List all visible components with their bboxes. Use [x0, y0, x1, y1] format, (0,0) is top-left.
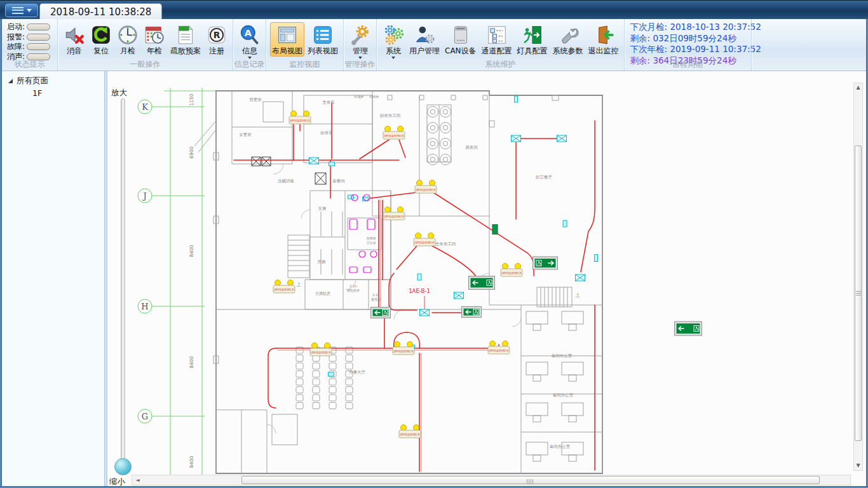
app-window: 2018-09-11 10:38:28 启动:报警:故障:消声: 状态提示 消音…	[0, 0, 868, 488]
door-device[interactable]	[563, 220, 567, 227]
lamp-device[interactable]: 消防应急照明灯具	[383, 126, 405, 140]
button-label: 信息	[242, 46, 257, 55]
lamp-device[interactable]: 消防应急照明灯具	[393, 342, 414, 355]
system-params-button[interactable]: 系统参数	[551, 22, 585, 57]
svg-text:消防应急照明灯具: 消防应急照明灯具	[414, 241, 435, 244]
svg-text:1150: 1150	[189, 93, 194, 105]
channel-config-button[interactable]: 通道配置	[480, 22, 514, 57]
monthly-check-button[interactable]: 月检	[115, 22, 140, 57]
exit-monitor-button[interactable]: 退出监控	[587, 22, 621, 57]
door-device[interactable]	[595, 255, 598, 262]
svg-text:8400: 8400	[189, 356, 194, 368]
lamp-device[interactable]: 消防应急照明灯具	[289, 111, 311, 125]
svg-text:上: 上	[576, 293, 580, 298]
group-caption: 自检周期	[625, 59, 751, 70]
door-exit-device[interactable]	[492, 225, 498, 234]
button-label: 年检	[147, 46, 162, 55]
status-row: 报警:	[7, 32, 55, 43]
exit-sign-device[interactable]	[675, 322, 702, 336]
list-view-button[interactable]: 列表视图	[306, 22, 340, 57]
reset-button[interactable]: 复位	[88, 22, 114, 57]
ribbon-group: 管理管理操作	[344, 19, 377, 71]
horizontal-scrollbar-thumb[interactable]	[241, 476, 820, 484]
svg-text:单间办公室: 单间办公室	[550, 444, 571, 449]
svg-text:J: J	[142, 191, 146, 201]
svg-text:R: R	[214, 30, 220, 40]
scroll-up-arrow-icon[interactable]: ▲	[854, 84, 862, 92]
reset-icon	[90, 24, 112, 46]
door-device[interactable]	[329, 162, 335, 166]
layout-view-button[interactable]: 布局视图	[270, 22, 304, 57]
system-params-icon	[557, 24, 579, 46]
lamp-device[interactable]: 消防应急照明灯具	[488, 341, 510, 355]
distribution-box-device[interactable]	[557, 135, 567, 142]
door-device[interactable]	[417, 274, 421, 280]
window-title-tab[interactable]: 2018-09-11 10:38:28	[39, 3, 162, 20]
selfcheck-line: 下次年检: 2019-09-11 10:37:52	[630, 44, 751, 55]
zoom-slider-thumb[interactable]	[114, 458, 132, 475]
distribution-box-device[interactable]	[512, 135, 521, 142]
button-label: 系统参数	[553, 46, 583, 55]
horizontal-scrollbar[interactable]: ◄	[132, 475, 851, 485]
register-button[interactable]: R注册	[204, 22, 229, 57]
exit-sign-device[interactable]	[533, 257, 558, 269]
can-device-button[interactable]: CAN设备	[443, 22, 478, 57]
manage-button[interactable]: 管理	[348, 22, 373, 60]
lamp-device[interactable]: 消防应急照明灯具	[415, 180, 437, 194]
svg-text:8400: 8400	[189, 245, 194, 257]
svg-text:消防应急照明灯具: 消防应急照明灯具	[290, 119, 310, 122]
svg-text:上: 上	[297, 282, 301, 287]
user-management-button[interactable]: 用户管理	[407, 22, 442, 57]
svg-text:职工餐厅: 职工餐厅	[536, 175, 553, 180]
lamp-device[interactable]: 消防应急照明灯具	[399, 425, 421, 438]
exit-sign-device[interactable]	[462, 307, 482, 318]
svg-text:单间办公室: 单间办公室	[552, 353, 573, 358]
exit-sign-device[interactable]	[371, 308, 391, 318]
grip-icon	[527, 479, 534, 484]
vertical-scrollbar[interactable]: ▲ ▼	[853, 83, 863, 471]
button-label: 月检	[120, 46, 135, 55]
app-menu-button[interactable]	[5, 4, 38, 17]
lamp-device[interactable]: 消防应急照明灯具	[501, 264, 522, 277]
lamp-device[interactable]: 消防应急照明灯具	[414, 233, 435, 247]
status-group: 启动:报警:故障:消声: 状态提示	[2, 19, 58, 71]
status-indicator	[27, 43, 50, 50]
user-management-icon	[414, 24, 435, 46]
svg-text:无障碍: 无障碍	[367, 236, 376, 241]
vertical-scrollbar-thumb[interactable]	[855, 146, 862, 441]
exit-sign-device[interactable]	[469, 276, 495, 290]
zoom-slider-track[interactable]	[121, 98, 125, 461]
evacuation-plan-button[interactable]: 疏散预案	[168, 22, 203, 57]
distribution-box-device[interactable]	[576, 274, 585, 281]
svg-text:2-1b: 2-1b	[349, 284, 356, 288]
tree-item-1f[interactable]: 1F	[2, 86, 104, 98]
tree-root-label[interactable]: 所有页面	[17, 76, 48, 86]
mute-speaker-button[interactable]: 消音	[62, 22, 87, 57]
door-device[interactable]	[329, 372, 334, 376]
lamp-config-button[interactable]: 灯具配置	[515, 22, 550, 57]
distribution-box-device[interactable]	[309, 158, 319, 164]
lamp-device[interactable]: 消防应急照明灯具	[273, 280, 295, 294]
lamp-device[interactable]: 消防应急照明灯具	[310, 343, 332, 356]
selfcheck-line: 下次月检: 2018-10-13 20:37:52	[630, 22, 751, 33]
walls	[194, 91, 602, 473]
system-button[interactable]: 系统	[381, 22, 406, 60]
zoom-in-label: 放大	[111, 88, 127, 98]
info-button[interactable]: A信息	[237, 22, 262, 60]
tree-root-row[interactable]: 所有页面	[2, 71, 104, 86]
tree-item-label[interactable]: 1F	[32, 88, 42, 98]
lamp-device[interactable]: 消防应急照明灯具	[383, 207, 405, 220]
door-device[interactable]	[515, 96, 518, 102]
scroll-left-arrow-icon[interactable]: ◄	[133, 477, 142, 484]
distribution-box-device[interactable]	[420, 309, 430, 316]
button-label: 灯具配置	[517, 46, 548, 55]
svg-text:消防应急照明灯具: 消防应急照明灯具	[489, 349, 509, 352]
annual-check-button[interactable]: 年检	[142, 22, 167, 57]
tree-expander-icon[interactable]	[8, 79, 13, 83]
ribbon-group: 系统用户管理CAN设备通道配置灯具配置系统参数退出监控系统维护	[377, 19, 625, 71]
exit-monitor-icon	[593, 24, 614, 46]
floorplan-canvas[interactable]: KJHG11506900840084008400消防应急照明灯具消防应急照明灯具…	[107, 71, 866, 486]
scroll-down-arrow-icon[interactable]: ▼	[854, 462, 862, 470]
distribution-box-device[interactable]	[454, 292, 464, 299]
door-device[interactable]	[348, 195, 354, 199]
